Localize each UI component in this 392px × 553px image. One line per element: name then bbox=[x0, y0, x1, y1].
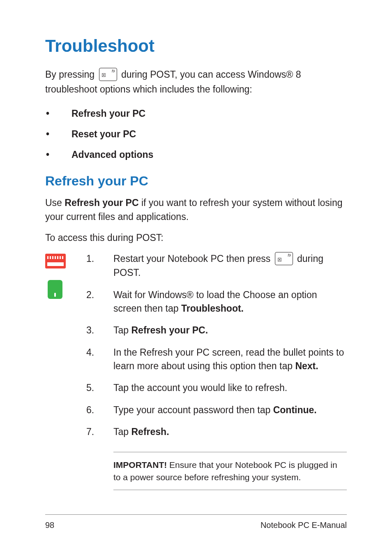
section-heading: Refresh your PC bbox=[45, 174, 347, 189]
step-pre: Restart your Notebook PC then press bbox=[113, 253, 273, 264]
step-text: Wait for Windows® to load the Choose an … bbox=[113, 288, 347, 316]
page-title: Troubleshoot bbox=[45, 36, 347, 56]
bullet-refresh: Refresh your PC bbox=[45, 106, 347, 121]
step-bold: Troubleshoot. bbox=[181, 303, 244, 314]
key-fn-label: f9 bbox=[112, 69, 115, 74]
key-glyph-icon: ☒ bbox=[101, 72, 106, 79]
section-para-bold: Refresh your PC bbox=[65, 197, 138, 208]
step-bold: Refresh your PC. bbox=[131, 325, 208, 336]
step-number: 6. bbox=[86, 403, 113, 417]
step-bold: Next. bbox=[295, 361, 318, 371]
keyboard-icon bbox=[45, 254, 66, 268]
step-6: 6. Type your account password then tap C… bbox=[86, 403, 347, 417]
step-5: 5. Tap the account you would like to ref… bbox=[86, 381, 347, 395]
step-text: Type your account password then tap Cont… bbox=[113, 403, 347, 417]
step-pre: Tap bbox=[113, 325, 131, 336]
step-number: 3. bbox=[86, 324, 113, 337]
step-2: 2. Wait for Windows® to load the Choose … bbox=[86, 288, 347, 316]
key-glyph-icon: ☒ bbox=[277, 257, 282, 264]
bullet-advanced: Advanced options bbox=[45, 148, 347, 162]
footer-title: Notebook PC E-Manual bbox=[261, 521, 347, 530]
step-1: 1. Restart your Notebook PC then press f… bbox=[86, 252, 347, 280]
f9-key-icon: f9☒ bbox=[99, 68, 117, 81]
important-note: IMPORTANT! Ensure that your Notebook PC … bbox=[113, 452, 347, 490]
touchpad-icon bbox=[48, 280, 62, 299]
step-text: In the Refresh your PC screen, read the … bbox=[113, 346, 347, 373]
key-fn-label: f9 bbox=[288, 253, 291, 258]
f9-key-icon: f9☒ bbox=[275, 252, 293, 265]
section-para-pre: Use bbox=[45, 197, 65, 208]
step-7: 7. Tap Refresh. bbox=[86, 425, 347, 439]
intro-pre: By pressing bbox=[45, 69, 97, 80]
step-number: 2. bbox=[86, 288, 113, 316]
step-number: 4. bbox=[86, 346, 113, 373]
step-text: Tap the account you would like to refres… bbox=[113, 381, 347, 395]
steps-list: 1. Restart your Notebook PC then press f… bbox=[86, 252, 347, 447]
important-label: IMPORTANT! bbox=[113, 460, 167, 470]
step-4: 4. In the Refresh your PC screen, read t… bbox=[86, 346, 347, 373]
step-number: 5. bbox=[86, 381, 113, 395]
step-bold: Refresh. bbox=[131, 426, 169, 437]
page-footer: 98 Notebook PC E-Manual bbox=[45, 514, 347, 530]
page-number: 98 bbox=[45, 521, 54, 530]
section-description: Use Refresh your PC if you want to refre… bbox=[45, 196, 347, 224]
options-bullet-list: Refresh your PC Reset your PC Advanced o… bbox=[45, 106, 347, 162]
access-line: To access this during POST: bbox=[45, 231, 347, 245]
step-number: 1. bbox=[86, 252, 113, 280]
step-number: 7. bbox=[86, 425, 113, 439]
intro-paragraph: By pressing f9☒ during POST, you can acc… bbox=[45, 67, 347, 97]
icon-column bbox=[45, 252, 86, 447]
step-text: Tap Refresh. bbox=[113, 425, 347, 439]
step-text: Tap Refresh your PC. bbox=[113, 324, 347, 337]
step-pre: Tap bbox=[113, 426, 131, 437]
bullet-reset: Reset your PC bbox=[45, 127, 347, 142]
step-text: Restart your Notebook PC then press f9☒ … bbox=[113, 252, 347, 280]
step-pre: Type your account password then tap bbox=[113, 405, 273, 415]
step-bold: Continue. bbox=[273, 405, 317, 415]
step-3: 3. Tap Refresh your PC. bbox=[86, 324, 347, 337]
